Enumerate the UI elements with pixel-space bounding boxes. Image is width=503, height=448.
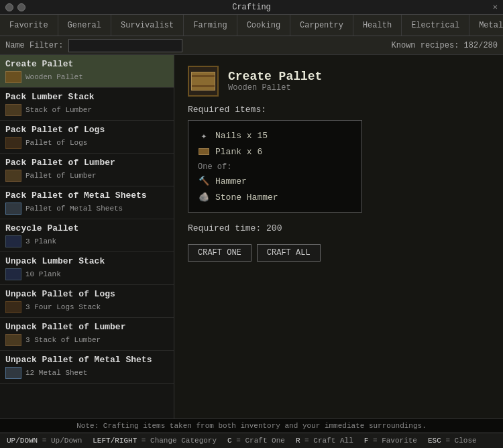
recipe-name: Pack Lumber Stack <box>5 92 168 102</box>
window-controls <box>5 3 25 11</box>
recipe-icon-metal2 <box>5 367 21 379</box>
recipe-icon-book2 <box>5 268 21 280</box>
ingredient-stone-hammer: 🪨 Stone Hammer <box>198 189 352 205</box>
recipe-name: Create Pallet <box>5 59 168 69</box>
ingredient-nails: ✦ Nails x 15 <box>198 127 352 144</box>
window-title: Crafting <box>232 3 271 12</box>
recipe-sub-label: Pallet of Logs <box>25 139 87 147</box>
keybind-craft-one: C = Craft One <box>227 437 285 445</box>
detail-panel: Create Pallet Wooden Pallet Required ite… <box>174 55 503 418</box>
recipe-name: Pack Pallet of Metal Sheets <box>5 190 168 201</box>
window-icon-1 <box>5 3 13 11</box>
recipe-name: Pack Pallet of Logs <box>5 125 168 135</box>
craft-all-button[interactable]: CRAFT ALL <box>257 244 321 262</box>
recipe-item-unpack-pallet-lumber[interactable]: Unpack Pallet of Lumber 3 Stack of Lumbe… <box>0 318 174 351</box>
recipe-sub-label: Wooden Pallet <box>25 73 83 81</box>
recipe-name: Unpack Pallet of Logs <box>5 289 168 299</box>
tab-general[interactable]: General <box>58 15 111 36</box>
recipe-item-recycle-pallet[interactable]: Recycle Pallet 3 Plank <box>0 219 174 252</box>
filter-input[interactable] <box>68 39 182 52</box>
recipe-sub-label: 12 Metal Sheet <box>25 369 87 377</box>
detail-subtitle: Wooden Pallet <box>228 83 322 93</box>
close-button[interactable]: ✕ <box>493 2 498 12</box>
bottom-note: Note: Crafting items taken from both inv… <box>0 418 503 433</box>
tab-bar: Favorite General Survivalist Farming Coo… <box>0 15 503 36</box>
keybind-bar: UP/DOWN = Up/Down LEFT/RIGHT = Change Ca… <box>0 433 503 448</box>
keybind-esc: ESC = Close <box>428 437 477 445</box>
craft-one-button[interactable]: CRAFT ONE <box>188 244 252 262</box>
filter-bar: Name Filter: Known recipes: 182/280 <box>0 36 503 55</box>
keybind-leftright: LEFT/RIGHT = Change Category <box>93 437 217 445</box>
detail-header: Create Pallet Wooden Pallet <box>188 66 490 97</box>
craft-buttons: CRAFT ONE CRAFT ALL <box>188 244 490 262</box>
tab-farming[interactable]: Farming <box>184 15 237 36</box>
tab-survivalist[interactable]: Survivalist <box>111 15 184 36</box>
recipe-list: Create Pallet Wooden Pallet Pack Lumber … <box>0 55 174 418</box>
recipe-sub-label: 3 Stack of Lumber <box>25 336 101 344</box>
window-icon-2 <box>17 3 25 11</box>
recipe-name: Unpack Pallet of Lumber <box>5 322 168 332</box>
recipe-name: Recycle Pallet <box>5 223 168 233</box>
recipe-name: Unpack Pallet of Metal Shets <box>5 355 168 365</box>
ingredient-hammer: 🔨 Hammer <box>198 173 352 189</box>
recipe-icon-book <box>5 235 21 247</box>
recipe-icon-logs <box>5 137 21 149</box>
recipe-item-unpack-lumber[interactable]: Unpack Lumber Stack 10 Plank <box>0 252 174 285</box>
recipe-sub-label: 3 Plank <box>25 237 56 245</box>
ingredients-box: ✦ Nails x 15 Plank x 6 One of: 🔨 Hammer … <box>188 120 362 213</box>
keybind-craft-all: R = Craft All <box>296 437 353 445</box>
tab-electrical[interactable]: Electrical <box>402 15 469 36</box>
title-bar: Crafting ✕ <box>0 0 503 15</box>
recipe-sub-label: Stack of Lumber <box>25 106 92 114</box>
recipe-item-unpack-pallet-metal[interactable]: Unpack Pallet of Metal Shets 12 Metal Sh… <box>0 351 174 384</box>
tab-health[interactable]: Health <box>353 15 402 36</box>
detail-title-area: Create Pallet Wooden Pallet <box>228 70 322 93</box>
stone-hammer-icon: 🪨 <box>198 191 210 203</box>
tab-metalworking[interactable]: Metalworking <box>469 15 503 36</box>
recipe-item-pack-lumber[interactable]: Pack Lumber Stack Stack of Lumber <box>0 88 174 121</box>
recipe-item-pack-pallet-metal[interactable]: Pack Pallet of Metal Sheets Pallet of Me… <box>0 186 174 219</box>
tab-favorite[interactable]: Favorite <box>0 15 58 36</box>
recipe-sub-label: Pallet of Lumber <box>25 172 97 180</box>
detail-item-icon <box>188 66 219 97</box>
recipe-item-pack-pallet-lumber[interactable]: Pack Pallet of Lumber Pallet of Lumber <box>0 154 174 186</box>
recipe-icon-logs2 <box>5 301 21 313</box>
recipe-name: Unpack Lumber Stack <box>5 256 168 266</box>
one-of-label: One of: <box>198 160 352 173</box>
recipe-name: Pack Pallet of Lumber <box>5 158 168 168</box>
ingredient-plank: Plank x 6 <box>198 144 352 160</box>
recipe-item-unpack-logs[interactable]: Unpack Pallet of Logs 3 Four Logs Stack <box>0 285 174 318</box>
hammer-icon: 🔨 <box>198 175 210 187</box>
recipe-sub-label: 3 Four Logs Stack <box>25 303 101 311</box>
recipe-icon-metal <box>5 203 21 215</box>
ingredient-hammer-label: Hammer <box>215 176 247 186</box>
recipe-sub-label: 10 Plank <box>25 270 61 278</box>
ingredient-stone-hammer-label: Stone Hammer <box>215 192 278 203</box>
ingredient-nails-label: Nails x 15 <box>215 131 268 141</box>
required-items-label: Required items: <box>188 105 490 115</box>
detail-title: Create Pallet <box>228 70 322 83</box>
recipe-item-create-pallet[interactable]: Create Pallet Wooden Pallet <box>0 55 174 88</box>
required-time: Required time: 200 <box>188 223 490 233</box>
tab-carpentry[interactable]: Carpentry <box>290 15 353 36</box>
keybind-updown: UP/DOWN = Up/Down <box>7 437 82 445</box>
plank-icon <box>198 146 210 158</box>
nail-icon: ✦ <box>198 129 210 142</box>
recipe-icon-lumber3 <box>5 334 21 346</box>
tab-cooking[interactable]: Cooking <box>237 15 290 36</box>
recipe-item-pack-pallet-logs[interactable]: Pack Pallet of Logs Pallet of Logs <box>0 121 174 154</box>
known-recipes: Known recipes: 182/280 <box>392 41 498 50</box>
filter-label: Name Filter: <box>5 41 63 50</box>
recipe-icon-lumber <box>5 104 21 116</box>
recipe-icon-pallet <box>5 71 21 83</box>
keybind-favorite: F = Favorite <box>364 437 417 445</box>
pallet-icon-graphic <box>191 72 215 91</box>
main-content: Create Pallet Wooden Pallet Pack Lumber … <box>0 55 503 418</box>
ingredient-plank-label: Plank x 6 <box>215 147 262 157</box>
recipe-icon-lumber2 <box>5 170 21 182</box>
recipe-sub-label: Pallet of Metal Sheets <box>25 205 123 213</box>
